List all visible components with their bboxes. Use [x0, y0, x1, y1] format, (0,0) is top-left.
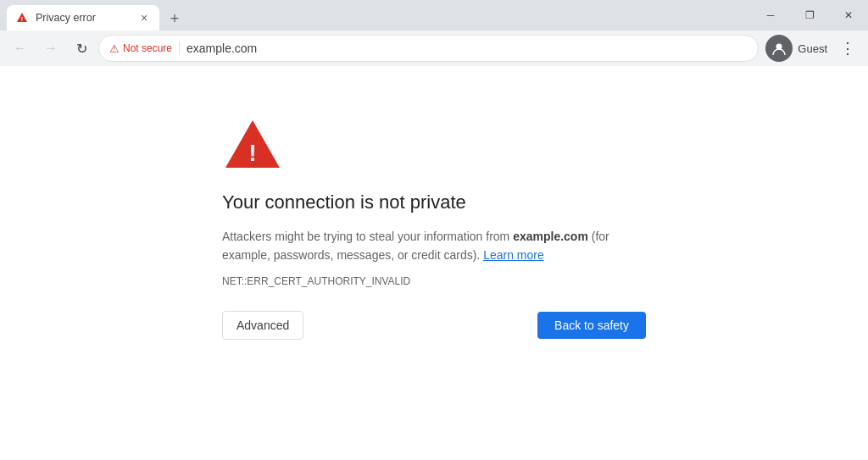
back-to-safety-button[interactable]: Back to safety [537, 312, 646, 339]
error-code: NET::ERR_CERT_AUTHORITY_INVALID [222, 275, 410, 287]
error-domain: example.com [513, 230, 588, 243]
button-row: Advanced Back to safety [222, 311, 646, 340]
address-bar[interactable]: ⚠ Not secure example.com [98, 35, 759, 62]
close-button[interactable]: ✕ [829, 0, 868, 30]
svg-text:!: ! [248, 140, 256, 166]
danger-triangle-icon: ! [222, 117, 283, 171]
tab-close-button[interactable]: × [137, 11, 151, 25]
back-button[interactable]: ← [7, 35, 34, 62]
title-bar: ! Privacy error × + ─ ❐ ✕ [0, 0, 868, 30]
forward-button[interactable]: → [37, 35, 64, 62]
profile-area: Guest [762, 35, 831, 62]
tab-favicon: ! [15, 11, 29, 25]
error-description: Attackers might be trying to steal your … [222, 227, 646, 265]
active-tab[interactable]: ! Privacy error × [7, 5, 159, 30]
url-display: example.com [186, 42, 257, 55]
toolbar: ← → ↻ ⚠ Not secure example.com Guest ⋮ [0, 30, 868, 66]
warning-icon-wrap: ! [222, 117, 283, 175]
profile-label: Guest [798, 42, 827, 55]
maximize-button[interactable]: ❐ [790, 0, 829, 30]
learn-more-link[interactable]: Learn more [483, 248, 544, 262]
advanced-button[interactable]: Advanced [222, 311, 303, 340]
svg-text:!: ! [21, 16, 23, 22]
warning-icon: ⚠ [109, 42, 120, 55]
error-container: ! Your connection is not private Attacke… [222, 117, 646, 340]
browser-window: ! Privacy error × + ─ ❐ ✕ ← → ↻ ⚠ Not se… [0, 0, 868, 460]
description-before: Attackers might be trying to steal your … [222, 230, 513, 243]
tab-title: Privacy error [36, 12, 131, 24]
chrome-menu-button[interactable]: ⋮ [834, 35, 861, 62]
reload-button[interactable]: ↻ [68, 35, 95, 62]
profile-button[interactable] [765, 35, 793, 62]
error-title: Your connection is not private [222, 191, 466, 213]
window-controls: ─ ❐ ✕ [751, 0, 868, 30]
security-indicator[interactable]: ⚠ Not secure [109, 42, 172, 55]
minimize-button[interactable]: ─ [751, 0, 790, 30]
new-tab-button[interactable]: + [163, 7, 186, 30]
page-content: ! Your connection is not private Attacke… [0, 66, 868, 460]
security-label: Not secure [123, 42, 172, 54]
tab-strip: ! Privacy error × + [0, 0, 186, 30]
address-bar-divider [179, 42, 180, 55]
